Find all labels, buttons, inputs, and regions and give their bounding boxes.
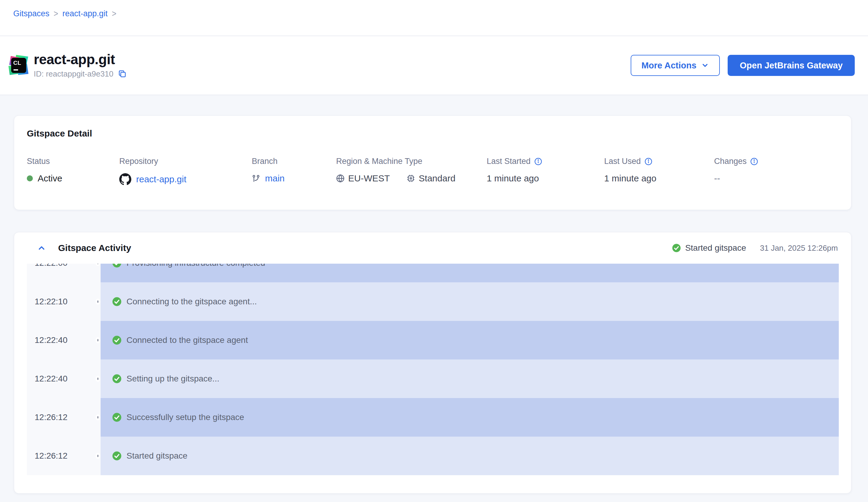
activity-log-list: 12:22:00 Provisioning infrastructure com…: [27, 264, 839, 475]
log-row: 12:26:12 Successfully setup the gitspace: [27, 398, 839, 437]
repository-label: Repository: [119, 157, 252, 166]
field-repository: Repository react-app.git: [119, 157, 252, 185]
repository-link[interactable]: react-app.git: [136, 174, 186, 184]
status-value: Active: [38, 173, 62, 184]
copy-icon[interactable]: [118, 69, 127, 78]
check-circle-icon: [112, 335, 122, 345]
breadcrumb-link-gitspaces[interactable]: Gitspaces: [13, 9, 49, 18]
timeline-dot: [95, 453, 100, 459]
activity-status-time: 31 Jan, 2025 12:26pm: [760, 244, 838, 253]
timeline-dot: [95, 414, 100, 420]
open-gateway-label: Open JetBrains Gateway: [740, 61, 843, 71]
log-timestamp: 12:22:00: [27, 264, 101, 282]
log-timestamp: 12:22:40: [27, 321, 101, 359]
log-row: 12:26:12 Started gitspace: [27, 437, 839, 475]
gitspace-detail-card: Gitspace Detail Status Active Repository: [14, 115, 851, 210]
breadcrumb-link-gitspace[interactable]: react-app.git: [62, 9, 107, 18]
last-used-label: Last Used: [604, 157, 641, 166]
check-circle-icon: [112, 297, 122, 306]
log-row: 12:22:10 Connecting to the gitspace agen…: [27, 282, 839, 321]
field-last-started: Last Started 1 minute ago: [487, 157, 604, 185]
open-jetbrains-gateway-button[interactable]: Open JetBrains Gateway: [728, 55, 855, 76]
github-icon: [119, 173, 131, 185]
log-message: Connected to the gitspace agent: [126, 335, 248, 345]
gitspace-id: ID: reactappgit-a9e310: [34, 69, 114, 79]
gitspace-activity-card: Gitspace Activity Started gitspace 31 Ja…: [14, 232, 851, 494]
log-row: 12:22:00 Provisioning infrastructure com…: [27, 264, 839, 282]
log-message: Provisioning infrastructure completed: [126, 264, 265, 268]
last-used-value: 1 minute ago: [604, 173, 656, 184]
info-icon[interactable]: [750, 157, 758, 165]
page-header: CL react-app.git ID: reactappgit-a9e310 …: [0, 36, 868, 95]
field-last-used: Last Used 1 minute ago: [604, 157, 714, 185]
activity-status-text: Started gitspace: [685, 243, 746, 253]
machine-type-value: Standard: [418, 173, 455, 184]
timeline-dot: [95, 299, 100, 305]
page-title: react-app.git: [34, 52, 127, 66]
chevron-down-icon: [701, 61, 709, 69]
check-circle-icon: [672, 244, 681, 253]
collapse-chevron-up-icon[interactable]: [37, 244, 46, 253]
more-actions-button[interactable]: More Actions: [631, 55, 720, 76]
machine-type-icon: [406, 174, 415, 183]
breadcrumb-separator-icon: >: [54, 8, 58, 19]
logo-underscore: [13, 69, 18, 71]
log-row: 12:22:40 Connected to the gitspace agent: [27, 321, 839, 359]
git-branch-icon: [252, 174, 260, 183]
timeline-dot: [95, 337, 100, 343]
field-status: Status Active: [27, 157, 119, 185]
last-started-label: Last Started: [487, 157, 531, 166]
region-value: EU-WEST: [348, 173, 390, 184]
region-machine-label: Region & Machine Type: [336, 157, 487, 166]
log-row: 12:22:40 Setting up the gitspace...: [27, 359, 839, 398]
status-label: Status: [27, 157, 119, 166]
log-timestamp: 12:26:12: [27, 398, 101, 437]
branch-label: Branch: [252, 157, 336, 166]
clion-app-icon: CL: [9, 56, 28, 75]
field-region-machine: Region & Machine Type EU-WEST: [336, 157, 487, 185]
timeline-dot: [95, 376, 100, 382]
log-message: Successfully setup the gitspace: [126, 412, 244, 422]
activity-title: Gitspace Activity: [58, 243, 131, 253]
breadcrumb-bar: Gitspaces > react-app.git >: [0, 0, 868, 36]
breadcrumb-separator-icon: >: [112, 8, 116, 19]
status-active-dot: [27, 175, 33, 181]
changes-value: --: [714, 173, 720, 184]
changes-label: Changes: [714, 157, 747, 166]
logo-text: CL: [13, 60, 21, 66]
more-actions-label: More Actions: [641, 61, 696, 71]
log-timestamp: 12:22:10: [27, 282, 101, 321]
check-circle-icon: [112, 412, 122, 422]
globe-icon: [336, 174, 344, 183]
info-icon[interactable]: [644, 157, 652, 165]
breadcrumb: Gitspaces > react-app.git >: [13, 9, 116, 18]
check-circle-icon: [112, 451, 122, 461]
activity-log-viewport[interactable]: 12:22:00 Provisioning infrastructure com…: [27, 264, 839, 478]
logo-box: CL: [11, 58, 26, 73]
log-timestamp: 12:22:40: [27, 359, 101, 398]
field-changes: Changes --: [714, 157, 758, 185]
last-started-value: 1 minute ago: [487, 173, 539, 184]
detail-card-title: Gitspace Detail: [27, 129, 838, 139]
field-branch: Branch main: [252, 157, 336, 185]
log-timestamp: 12:26:12: [27, 437, 101, 475]
main-content: Gitspace Detail Status Active Repository: [0, 95, 868, 501]
branch-link[interactable]: main: [265, 173, 285, 184]
info-icon[interactable]: [534, 157, 542, 165]
check-circle-icon: [112, 264, 122, 268]
log-message: Started gitspace: [126, 451, 187, 461]
log-message: Connecting to the gitspace agent...: [126, 297, 257, 306]
check-circle-icon: [112, 374, 122, 383]
log-message: Setting up the gitspace...: [126, 374, 219, 383]
